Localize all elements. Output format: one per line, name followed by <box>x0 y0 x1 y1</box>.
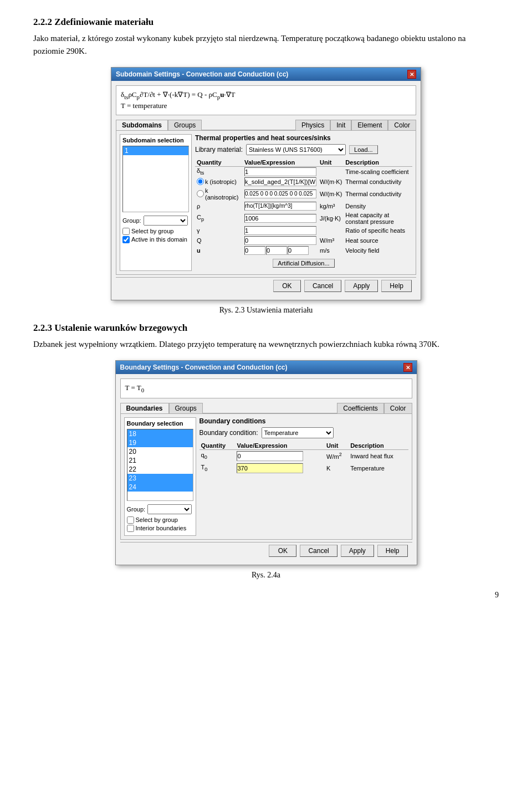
boundary-item-18[interactable]: 18 <box>127 429 193 438</box>
lib-row: Library material: Stainless W (UNS S1760… <box>195 144 412 155</box>
table-row: T0 K Temperature <box>200 462 408 474</box>
val-u-y[interactable] <box>266 246 287 255</box>
boundary-item-20[interactable]: 20 <box>127 447 193 456</box>
coeff-col-qty: Quantity <box>200 442 236 450</box>
val-k-iso[interactable] <box>244 177 316 186</box>
tab-color-2[interactable]: Color <box>384 403 412 413</box>
tab-groups-2[interactable]: Groups <box>169 403 203 413</box>
unit-u: m/s <box>318 245 344 255</box>
boundary-list[interactable]: 18 19 20 21 22 23 24 <box>127 429 193 501</box>
apply-button-2[interactable]: Apply <box>341 545 374 557</box>
cancel-button-1[interactable]: Cancel <box>304 280 341 292</box>
group-select[interactable] <box>144 216 188 226</box>
section-heading-2: 2.2.3 Ustalenie warunków brzegowych <box>33 323 499 334</box>
artdiff-button[interactable]: Artificial Diffusion... <box>273 259 334 268</box>
tab-element[interactable]: Element <box>351 120 388 130</box>
group-label-2: Group: <box>127 506 146 513</box>
subdomain-list[interactable]: 1 <box>122 146 189 212</box>
val-dts[interactable] <box>244 167 316 176</box>
qty-T0: T0 <box>200 462 236 474</box>
figure-2-container: Boundary Settings - Convection and Condu… <box>33 360 499 565</box>
val-Q[interactable] <box>244 236 316 245</box>
boundary-item-21[interactable]: 21 <box>127 456 193 465</box>
group-select-2[interactable] <box>147 504 192 514</box>
load-button[interactable]: Load... <box>349 145 378 154</box>
subdomain-selection-label: Subdomain selection <box>122 137 189 144</box>
dialog-1-body: δtsρCp∂T/∂t + ∇·(-k∇T) = Q - ρCpu·∇T T =… <box>111 81 421 300</box>
active-in-domain-label: Active in this domain <box>131 236 187 243</box>
boundary-item-19[interactable]: 19 <box>127 438 193 447</box>
desc-k-aniso: Thermal conductivity <box>344 187 412 201</box>
val-k-aniso[interactable] <box>244 190 316 198</box>
group-row: Group: <box>122 216 189 226</box>
select-by-group-checkbox-2[interactable] <box>127 516 134 524</box>
dialog-2-title: Boundary Settings - Convection and Condu… <box>120 364 288 371</box>
group-row-2: Group: <box>127 504 193 514</box>
select-by-group-label-2: Select by group <box>136 516 178 523</box>
dialog-2-body: T = T0 Boundaries Groups Coefficients Co… <box>116 374 417 565</box>
val-u-z[interactable] <box>288 246 309 255</box>
table-row: k (isotropic) W/(m·K) Thermal conductivi… <box>195 177 412 187</box>
val-q0[interactable] <box>237 451 303 461</box>
col-unit: Unit <box>318 158 344 167</box>
left-panel-1: Subdomain selection 1 Group: Select by g… <box>120 134 192 271</box>
equation-box-1: δtsρCp∂T/∂t + ∇·(-k∇T) = Q - ρCpu·∇T T =… <box>116 85 416 115</box>
table-row: γ Ratio of specific heats <box>195 226 412 236</box>
unit-k-aniso: W/(m·K) <box>318 187 344 201</box>
qty-gamma: γ <box>195 226 243 236</box>
radio-k-isotropic[interactable] <box>197 178 204 185</box>
val-cp[interactable] <box>244 214 316 223</box>
ok-button-2[interactable]: OK <box>269 545 296 557</box>
val-rho[interactable] <box>244 202 316 211</box>
dialog-1-close-button[interactable]: ✕ <box>407 70 416 79</box>
bc-select[interactable]: Temperature <box>262 427 334 438</box>
select-by-group-checkbox[interactable] <box>122 228 130 235</box>
active-in-domain-checkbox[interactable] <box>122 236 130 243</box>
lib-select[interactable]: Stainless W (UNS S17600) <box>246 144 346 155</box>
desc-rho: Density <box>344 201 412 211</box>
val-gamma[interactable] <box>244 226 316 235</box>
desc-T0: Temperature <box>349 462 408 474</box>
apply-button-1[interactable]: Apply <box>345 280 378 292</box>
right-panel-1: Thermal properties and heat sources/sink… <box>195 134 412 271</box>
unit-dts <box>318 166 344 177</box>
active-in-domain-row: Active in this domain <box>122 236 189 243</box>
boundary-item-24[interactable]: 24 <box>127 483 193 492</box>
tab-groups[interactable]: Groups <box>168 120 202 130</box>
col-val: Value/Expression <box>243 158 318 167</box>
tab-physics[interactable]: Physics <box>295 120 330 130</box>
table-row: δts Time-scaling coefficient <box>195 166 412 177</box>
val-u-x[interactable] <box>244 246 265 255</box>
qty-Q: Q <box>195 236 243 245</box>
unit-T0: K <box>325 462 349 474</box>
help-button-2[interactable]: Help <box>377 545 408 557</box>
tab-coefficients[interactable]: Coefficients <box>337 403 383 413</box>
dialog-2-close-button[interactable]: ✕ <box>403 363 412 372</box>
right-panel-2: Boundary conditions Boundary condition: … <box>200 417 408 536</box>
props-table: Quantity Value/Expression Unit Descripti… <box>195 158 412 255</box>
interior-boundaries-checkbox[interactable] <box>127 525 134 532</box>
main-content-1: Subdomain selection 1 Group: Select by g… <box>116 130 416 275</box>
boundary-item-22[interactable]: 22 <box>127 465 193 474</box>
tab-color[interactable]: Color <box>388 120 416 130</box>
section-heading: 2.2.2 Zdefiniowanie materiału <box>33 17 499 28</box>
val-T0[interactable] <box>237 463 303 473</box>
table-row: k (anisotropic) W/(m·K) Thermal conducti… <box>195 187 412 201</box>
coeff-table: Quantity Value/Expression Unit Descripti… <box>200 442 408 474</box>
table-row: Cp J/(kg·K) Heat capacity at constant pr… <box>195 211 412 226</box>
page-number: 9 <box>33 591 499 600</box>
unit-rho: kg/m³ <box>318 201 344 211</box>
coeff-col-val: Value/Expression <box>235 442 325 450</box>
select-by-group-row: Select by group <box>122 228 189 235</box>
select-by-group-label: Select by group <box>131 228 173 234</box>
help-button-1[interactable]: Help <box>381 280 412 292</box>
tab-subdomains[interactable]: Subdomains <box>116 120 168 130</box>
tab-init[interactable]: Init <box>330 120 351 130</box>
boundary-item-23[interactable]: 23 <box>127 474 193 483</box>
ok-button-1[interactable]: OK <box>273 280 301 292</box>
cancel-button-2[interactable]: Cancel <box>300 545 337 557</box>
left-panel-2: Boundary selection 18 19 20 21 22 23 24 … <box>124 417 196 536</box>
tab-boundaries[interactable]: Boundaries <box>120 403 169 413</box>
radio-k-anisotropic[interactable] <box>197 190 204 197</box>
subdomain-item-1[interactable]: 1 <box>123 146 188 155</box>
